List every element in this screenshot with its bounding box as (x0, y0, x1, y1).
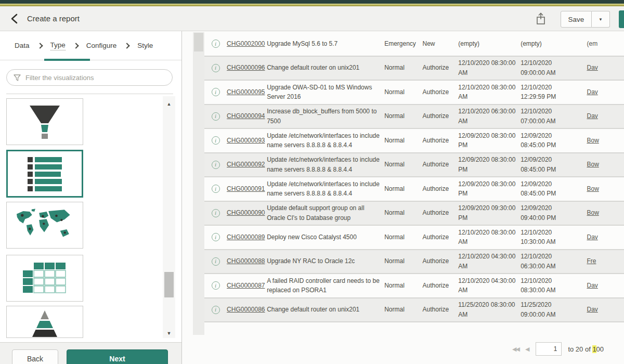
assigned-to-link[interactable]: Dav (587, 112, 597, 120)
back-button[interactable]: Back (12, 349, 58, 364)
short-description-cell: Upgrade NY RAC to Oracle 12c (267, 256, 384, 266)
assigned-to-link[interactable]: Bow (587, 209, 599, 216)
change-number-link[interactable]: CHG0000094 (227, 112, 265, 120)
active-step-indicator (44, 59, 90, 61)
next-button[interactable]: Next (67, 349, 168, 364)
change-number-link[interactable]: CHG0002000 (227, 40, 265, 47)
end-date-cell: 12/10/2020 09:00:00 AM (521, 58, 580, 77)
viz-world-map-thumbnail[interactable] (6, 202, 83, 249)
breadcrumb-chevron-icon (37, 43, 43, 48)
change-number-link[interactable]: CHG0000095 (227, 88, 265, 96)
assigned-to-link[interactable]: Dav (587, 306, 597, 313)
info-icon[interactable] (212, 306, 220, 314)
change-number-link[interactable]: CHG0000096 (227, 64, 265, 71)
type-cell: Normal (384, 305, 422, 315)
change-number-link[interactable]: CHG0000090 (227, 209, 265, 216)
info-icon[interactable] (212, 185, 220, 193)
state-cell: Authorize (423, 281, 459, 291)
app-header: Create a report Save (0, 6, 624, 31)
change-number-link[interactable]: CHG0000089 (227, 233, 265, 241)
assigned-to-link[interactable]: Dav (587, 233, 597, 241)
state-cell: Authorize (423, 305, 459, 315)
change-number-link[interactable]: CHG0000088 (227, 257, 265, 265)
table-row[interactable]: CHG0002000 Upgrade MySql 5.6 to 5.7 Emer… (204, 32, 624, 57)
filter-funnel-icon (13, 74, 21, 82)
start-date-cell: 12/10/2020 08:30:00 AM (458, 83, 521, 102)
assigned-to-link[interactable]: Dav (587, 282, 597, 289)
assigned-to-link[interactable]: Bow (587, 185, 599, 192)
run-button-partial[interactable] (619, 10, 624, 28)
list-chart-icon (16, 155, 73, 192)
change-number-link[interactable]: CHG0000093 (227, 137, 265, 144)
filter-visualizations-input[interactable] (25, 74, 172, 82)
info-icon[interactable] (212, 64, 220, 72)
wizard-step-type[interactable]: Type (50, 41, 66, 50)
info-icon[interactable] (212, 257, 220, 266)
table-row[interactable]: CHG0000089 Deploy new Cisco Catalyst 450… (204, 226, 624, 250)
table-row[interactable]: CHG0000087 A failed RAID controller card… (204, 274, 624, 298)
table-row[interactable]: CHG0000090 Update default support group … (204, 202, 624, 226)
assigned-to-link[interactable]: Fre (587, 257, 596, 265)
info-icon[interactable] (212, 281, 220, 290)
viz-list-scrollbar[interactable] (163, 96, 175, 338)
table-row[interactable]: CHG0000096 Change default router on unix… (204, 57, 624, 81)
table-row[interactable]: CHG0000093 Update /etc/network/interface… (204, 129, 624, 153)
info-icon[interactable] (212, 112, 220, 121)
assigned-to-link[interactable]: Bow (587, 137, 599, 144)
state-cell: Authorize (423, 136, 459, 146)
end-date-cell: (empty) (521, 39, 580, 49)
info-icon[interactable] (212, 209, 220, 217)
change-number-link[interactable]: CHG0000086 (227, 306, 265, 313)
change-number-link[interactable]: CHG0000087 (227, 282, 265, 289)
viz-heatmap-table-thumbnail[interactable] (6, 255, 83, 302)
wizard-step-data[interactable]: Data (15, 42, 30, 49)
table-row[interactable]: CHG0000086 Change default router on unix… (204, 298, 624, 323)
assigned-to-link[interactable]: (em (587, 40, 597, 47)
table-row[interactable]: CHG0000088 Upgrade NY RAC to Oracle 12c … (204, 250, 624, 275)
change-number-link[interactable]: CHG0000091 (227, 185, 265, 192)
info-icon[interactable] (212, 233, 220, 241)
start-date-cell: (empty) (458, 39, 521, 49)
wizard-step-style[interactable]: Style (137, 42, 153, 49)
back-arrow-icon[interactable] (9, 13, 21, 24)
viz-funnel-thumbnail[interactable] (6, 98, 83, 145)
assigned-to-link[interactable]: Bow (587, 161, 599, 168)
change-number-link[interactable]: CHG0000092 (227, 161, 265, 168)
end-date-cell: 12/10/2020 10:30:00 AM (521, 228, 580, 247)
share-icon[interactable] (535, 12, 547, 27)
start-date-cell: 12/10/2020 08:30:00 AM (458, 58, 521, 77)
info-icon[interactable] (212, 136, 220, 145)
table-row[interactable]: CHG0000095 Upgrade OWA-SD-01 to MS Windo… (204, 81, 624, 105)
type-cell: Normal (384, 111, 422, 121)
info-icon[interactable] (212, 88, 220, 96)
type-cell: Normal (384, 87, 422, 97)
short-description-cell: Increase db_block_buffers from 5000 to 7… (267, 107, 384, 126)
report-wizard-panel: DataTypeConfigureStyle (0, 31, 182, 364)
save-button[interactable]: Save (561, 11, 592, 28)
table-row[interactable]: CHG0000091 Update /etc/network/interface… (204, 177, 624, 202)
table-row[interactable]: CHG0000094 Increase db_block_buffers fro… (204, 105, 624, 129)
info-icon[interactable] (212, 40, 220, 48)
table-row[interactable]: CHG0000092 Update /etc/network/interface… (204, 153, 624, 178)
info-icon[interactable] (212, 161, 220, 169)
short-description-cell: A failed RAID controller card needs to b… (267, 276, 384, 295)
table-scrollbar-thumb[interactable] (194, 33, 203, 51)
state-cell: Authorize (423, 111, 459, 121)
type-cell: Normal (384, 63, 422, 73)
short-description-cell: Update /etc/network/interfaces to includ… (267, 131, 384, 150)
assigned-to-link[interactable]: Dav (587, 88, 597, 96)
previous-page-chevron-left-icon[interactable] (525, 346, 529, 353)
scroll-up-icon[interactable] (163, 98, 175, 107)
save-menu-chevron-down-icon[interactable] (592, 11, 610, 28)
assigned-to-link[interactable]: Dav (587, 64, 597, 71)
wizard-step-configure[interactable]: Configure (86, 42, 117, 49)
short-description-cell: Deploy new Cisco Catalyst 4500 (267, 232, 384, 242)
viz-list-thumbnail[interactable] (6, 150, 83, 198)
scrollbar-thumb[interactable] (164, 272, 174, 297)
viz-pyramid-thumbnail[interactable] (6, 306, 83, 338)
start-date-cell: 12/09/2020 09:30:00 PM (458, 203, 521, 223)
page-number-input[interactable] (536, 342, 562, 356)
table-scrollbar[interactable] (193, 32, 204, 335)
scroll-down-icon[interactable] (163, 328, 175, 336)
first-page-double-chevron-left-icon[interactable] (512, 346, 519, 353)
